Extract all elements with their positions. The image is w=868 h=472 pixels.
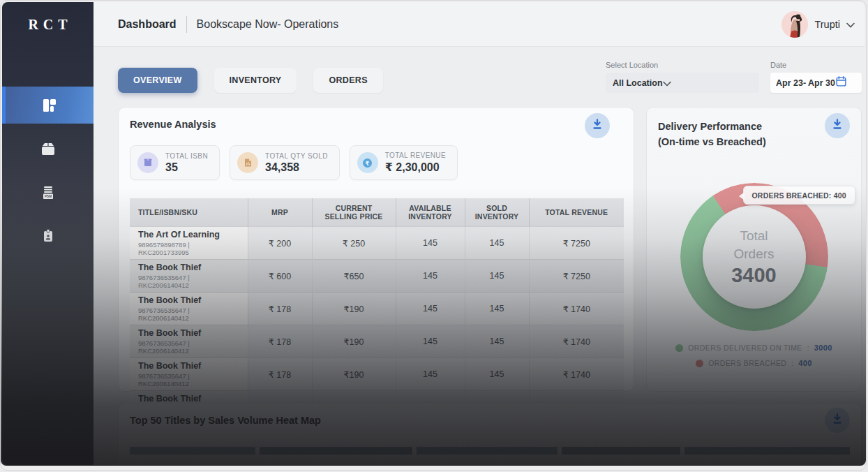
cell-mrp: ₹ 600 xyxy=(248,260,312,293)
heatmap-cell xyxy=(684,447,850,455)
chevron-down-icon xyxy=(663,77,671,89)
cell-sold: 145 xyxy=(465,227,529,260)
id-badge-icon xyxy=(40,228,56,244)
col-available: AVAILABLE INVENTORY xyxy=(396,198,465,227)
page-title: Dashboard xyxy=(118,18,177,31)
title-divider xyxy=(186,16,187,33)
table-row: The Book Thief9876736535647 | RKC2006140… xyxy=(130,325,624,358)
cell-sold: 145 xyxy=(465,260,529,293)
heatmap-cell xyxy=(562,447,680,455)
sidebar-item-badge[interactable] xyxy=(2,219,93,253)
cell-mrp: ₹ 200 xyxy=(248,227,312,260)
revenue-analysis-card: Revenue Analysis xyxy=(118,107,634,392)
legend-value: 3000 xyxy=(814,344,832,352)
cell-available: 145 xyxy=(396,260,465,293)
book-title: The Book Thief xyxy=(138,263,239,272)
table-row: The Art Of Learning9896579898789 | RKC20… xyxy=(130,227,624,260)
legend-value: 400 xyxy=(798,359,812,367)
legend-label: ORDERS DELIVERED ON TIME xyxy=(688,344,802,352)
table-row: The Book Thief9876736535647 | RKC2006140… xyxy=(130,293,624,325)
app-window: RCT PSM xyxy=(0,0,867,471)
cell-price: ₹190 xyxy=(312,358,396,391)
user-avatar[interactable] xyxy=(781,11,808,38)
table-row: The Book Thief9876736535647 | RKC2006140… xyxy=(130,358,624,391)
heatmap-card: Top 50 Titles by Sales Volume Heat Map xyxy=(118,403,862,465)
donut-center-label: Orders xyxy=(733,245,774,263)
sidebar-item-psm[interactable]: PSM xyxy=(2,175,93,210)
cell-revenue: ₹ 7250 xyxy=(529,227,624,260)
svg-text:₹: ₹ xyxy=(366,159,370,166)
delivery-performance-card: Delivery Performance (On-time vs Breache… xyxy=(646,107,862,392)
document-icon xyxy=(237,152,258,173)
revenue-table: TITLE/ISBN/SKU MRP CURRENT SELLING PRICE… xyxy=(130,198,624,423)
cell-revenue: ₹ 7250 xyxy=(529,260,624,293)
delivery-donut-chart: ORDERS BREACHED: 400 Total Orders 3400 xyxy=(680,183,828,331)
chart-tooltip: ORDERS BREACHED: 400 xyxy=(743,186,855,205)
tab-orders[interactable]: ORDERS xyxy=(313,68,382,93)
cell-available: 145 xyxy=(396,358,465,391)
svg-text:PSM: PSM xyxy=(45,195,52,198)
cell-mrp: ₹ 178 xyxy=(248,325,312,358)
stat-total-qty-sold: TOTAL QTY SOLD 34,358 xyxy=(230,145,340,180)
revenue-download-button[interactable] xyxy=(585,113,610,138)
user-name: Trupti xyxy=(814,19,840,30)
table-header-row: TITLE/ISBN/SKU MRP CURRENT SELLING PRICE… xyxy=(130,198,624,227)
cell-revenue: ₹ 1740 xyxy=(529,358,624,391)
sidebar-item-dashboard[interactable] xyxy=(2,87,93,124)
delivery-card-subtitle: (On-time vs Breached) xyxy=(658,134,798,149)
cell-available: 145 xyxy=(396,325,465,358)
cell-price: ₹650 xyxy=(312,260,396,293)
user-menu-chevron-icon[interactable] xyxy=(846,18,855,31)
box-icon xyxy=(137,152,158,173)
stat-value: 35 xyxy=(165,161,208,174)
date-picker[interactable]: Apr 23- Apr 30 xyxy=(770,73,862,93)
rupee-coin-icon: ₹ xyxy=(357,152,378,173)
date-picker-value: Apr 23- Apr 30 xyxy=(776,78,835,88)
cell-sold: 145 xyxy=(465,325,529,358)
cell-sold: 145 xyxy=(465,293,529,325)
download-icon xyxy=(591,118,604,133)
col-revenue: TOTAL REVENUE xyxy=(529,198,624,227)
revenue-stats: TOTAL ISBN 35 TOTAL QTY SOLD xyxy=(130,145,622,180)
download-icon xyxy=(831,413,844,428)
heatmap-cell xyxy=(260,447,412,455)
heatmap-cells xyxy=(130,447,850,455)
book-title: The Book Thief xyxy=(138,328,239,338)
green-dot-icon xyxy=(675,344,683,352)
top-bar: Dashboard Bookscape Now- Operations Trup… xyxy=(93,2,865,47)
book-title: The Art Of Learning xyxy=(138,230,239,239)
book-sku: 9896579898789 | RKC2001733995 xyxy=(138,241,239,256)
book-sku: 9876736535647 | RKC2006140412 xyxy=(138,274,239,289)
stat-label: TOTAL REVENUE xyxy=(385,152,446,159)
tab-inventory[interactable]: INVENTORY xyxy=(214,68,297,93)
psm-printer-icon: PSM xyxy=(40,184,57,201)
package-icon xyxy=(39,140,57,158)
chart-tooltip-text: ORDERS BREACHED: 400 xyxy=(752,191,846,200)
stat-total-isbn: TOTAL ISBN 35 xyxy=(130,145,220,180)
sidebar-item-inventory[interactable] xyxy=(2,132,93,167)
cell-revenue: ₹ 1740 xyxy=(529,325,624,358)
book-title: The Book Thief xyxy=(138,295,239,305)
col-title: TITLE/ISBN/SKU xyxy=(130,198,248,227)
book-sku: 9876736535647 | RKC2006140412 xyxy=(138,339,239,355)
heatmap-download-button[interactable] xyxy=(825,408,850,433)
tab-overview[interactable]: OVERVIEW xyxy=(118,68,197,93)
stat-value: 34,358 xyxy=(265,161,328,174)
brand-logo: RCT xyxy=(2,2,93,47)
donut-center: Total Orders 3400 xyxy=(703,205,806,309)
cell-price: ₹ 250 xyxy=(312,227,396,260)
location-select[interactable]: All Location xyxy=(606,73,759,93)
stat-label: TOTAL ISBN xyxy=(165,152,208,160)
content-area: OVERVIEW INVENTORY ORDERS Select Locatio… xyxy=(93,47,865,465)
cell-available: 145 xyxy=(396,227,465,260)
stat-value: ₹ 2,30,000 xyxy=(385,161,446,174)
book-title: The Book Thief xyxy=(138,394,239,404)
legend-label: ORDERS BREACHED xyxy=(708,359,786,367)
book-title: The Book Thief xyxy=(138,361,239,371)
donut-legend: ORDERS DELIVERED ON TIME : 3000 ORDERS B… xyxy=(658,344,850,367)
heatmap-card-title: Top 50 Titles by Sales Volume Heat Map xyxy=(130,415,850,426)
donut-center-label: Total xyxy=(740,227,768,245)
delivery-download-button[interactable] xyxy=(825,113,850,138)
cell-price: ₹190 xyxy=(312,325,396,358)
delivery-card-title: Delivery Performance xyxy=(658,119,798,134)
